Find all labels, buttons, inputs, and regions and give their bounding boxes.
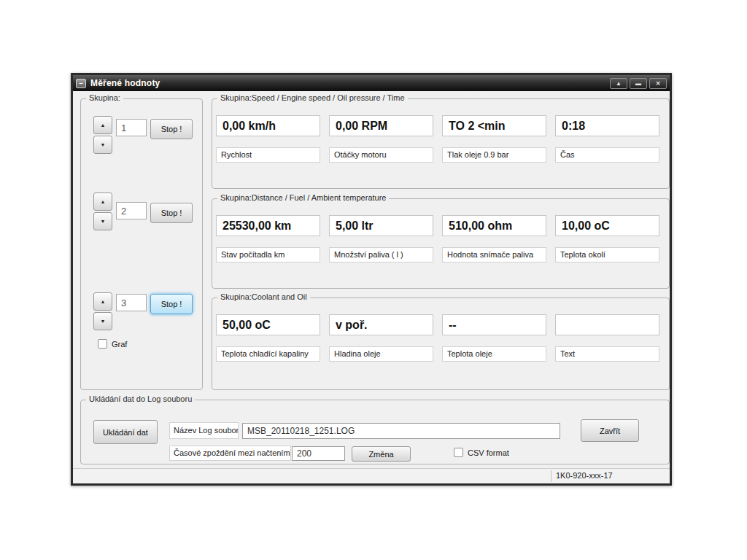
- value-label: Text: [555, 346, 659, 362]
- group-selector-panel: Skupina: ▲ ▼ Stop ! ▲ ▼ Stop ! ▲ ▼ Stop …: [80, 98, 203, 390]
- maximize-icon[interactable]: ▲: [610, 78, 627, 89]
- group1-number-field[interactable]: [116, 119, 147, 136]
- csv-checkbox[interactable]: [454, 448, 463, 457]
- value-display: 0,00 RPM: [329, 115, 433, 136]
- app-window: – Měřené hodnoty ▲ ▬ ✕ Skupina: ▲ ▼ Stop…: [71, 73, 672, 486]
- logging-panel-legend: Ukládání dat do Log souboru: [86, 394, 195, 403]
- log-filename-input[interactable]: [242, 423, 560, 439]
- value-label: Otáčky motoru: [329, 147, 433, 163]
- value-display: --: [442, 314, 546, 335]
- value-display: 10,00 oC: [555, 215, 659, 236]
- value-display: 25530,00 km: [216, 215, 320, 236]
- group3-spin-up-icon[interactable]: ▲: [93, 292, 112, 311]
- delay-input[interactable]: [292, 446, 345, 461]
- value-label: Hladina oleje: [329, 346, 433, 362]
- value-display: TO 2 <min: [442, 115, 546, 136]
- window-title: Měřené hodnoty: [90, 78, 608, 88]
- measure-group-1-legend: Skupina:Speed / Engine speed / Oil press…: [217, 93, 408, 102]
- status-bar: 1K0-920-xxx-17: [73, 468, 670, 483]
- graf-checkbox-row: Graf: [98, 339, 127, 349]
- measure-group-1: Skupina:Speed / Engine speed / Oil press…: [212, 98, 670, 189]
- measure-group-3: Skupina:Coolant and Oil 50,00 oC v poř. …: [212, 298, 670, 390]
- group3-spin-down-icon[interactable]: ▼: [93, 312, 112, 330]
- controller-part-number: 1K0-920-xxx-17: [556, 471, 613, 480]
- value-label: Teplota chladící kapaliny: [216, 346, 320, 362]
- group2-spin-up-icon[interactable]: ▲: [93, 192, 112, 211]
- value-display: 5,00 ltr: [329, 215, 433, 236]
- close-icon[interactable]: ✕: [649, 78, 667, 89]
- value-display: 0,00 km/h: [216, 115, 320, 136]
- close-window-button[interactable]: Zavřít: [581, 419, 639, 442]
- group2-spin-down-icon[interactable]: ▼: [93, 212, 112, 230]
- delay-label: Časové zpoždění mezi načtením: [169, 446, 291, 461]
- value-label: Stav počítadla km: [216, 247, 320, 262]
- title-bar[interactable]: – Měřené hodnoty ▲ ▬ ✕: [73, 75, 670, 91]
- log-filename-label: Název Log souboru: [169, 422, 239, 439]
- value-label: Množství paliva ( l ): [329, 247, 433, 262]
- group2-stop-button[interactable]: Stop !: [150, 203, 193, 223]
- measure-group-2: Skupina:Distance / Fuel / Ambient temper…: [212, 198, 670, 289]
- status-bar-separator: [551, 470, 551, 482]
- value-label: Teplota okolí: [555, 247, 659, 262]
- group3-number-field[interactable]: [116, 294, 147, 311]
- group-selector-legend: Skupina:: [86, 93, 123, 102]
- group2-number-field[interactable]: [116, 202, 147, 219]
- graf-checkbox-label: Graf: [112, 340, 127, 349]
- window-body: Skupina: ▲ ▼ Stop ! ▲ ▼ Stop ! ▲ ▼ Stop …: [73, 91, 670, 483]
- graf-checkbox[interactable]: [98, 339, 107, 349]
- value-display: 50,00 oC: [216, 314, 320, 335]
- value-label: Tlak oleje 0.9 bar: [442, 147, 546, 163]
- save-data-button[interactable]: Ukládání dat: [93, 420, 158, 444]
- measure-group-3-legend: Skupina:Coolant and Oil: [217, 292, 310, 301]
- value-label: Rychlost: [216, 147, 320, 163]
- csv-checkbox-row: CSV format: [454, 448, 509, 457]
- value-label: Čas: [555, 147, 659, 163]
- value-label: Teplota oleje: [442, 346, 546, 362]
- group3-stop-button[interactable]: Stop !: [150, 294, 193, 314]
- measure-group-2-legend: Skupina:Distance / Fuel / Ambient temper…: [217, 193, 389, 202]
- csv-checkbox-label: CSV format: [468, 448, 509, 457]
- minimize-icon[interactable]: ▬: [630, 78, 647, 89]
- window-system-icon[interactable]: –: [76, 79, 86, 88]
- logging-panel: Ukládání dat do Log souboru Ukládání dat…: [80, 400, 670, 464]
- change-button[interactable]: Změna: [352, 446, 411, 462]
- group1-spin-down-icon[interactable]: ▼: [93, 136, 112, 154]
- group1-stop-button[interactable]: Stop !: [150, 119, 193, 139]
- value-display: v poř.: [329, 314, 433, 335]
- value-display: [555, 314, 659, 335]
- value-display: 510,00 ohm: [442, 215, 546, 236]
- value-label: Hodnota snímače paliva: [442, 247, 546, 262]
- value-display: 0:18: [555, 115, 659, 136]
- group1-spin-up-icon[interactable]: ▲: [93, 116, 112, 134]
